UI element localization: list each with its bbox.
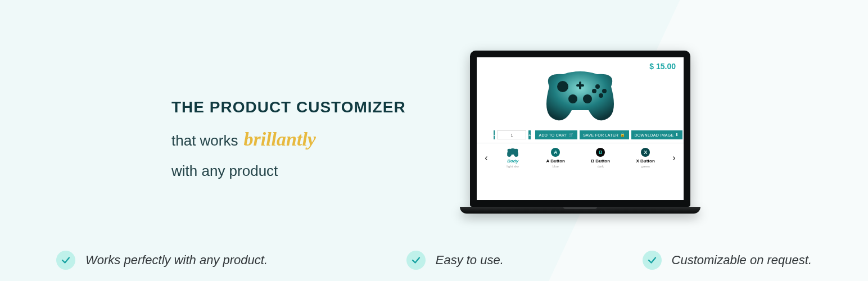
svg-point-0 [557, 81, 568, 92]
product-price: $ 15.00 [649, 62, 676, 71]
save-for-later-button[interactable]: SAVE FOR LATER 🔒 [580, 130, 629, 139]
svg-point-2 [602, 89, 607, 93]
svg-point-3 [599, 93, 603, 98]
option-sub: dark [597, 165, 604, 168]
feature-item: Works perfectly with any product. [56, 251, 268, 270]
option-title: A Button [546, 158, 565, 164]
lock-icon: 🔒 [620, 133, 625, 137]
check-icon [406, 251, 426, 270]
feature-row: Works perfectly with any product. Easy t… [0, 251, 868, 270]
qty-plus-button[interactable]: + [528, 130, 531, 139]
feature-text: Customizable on request. [672, 253, 812, 268]
option-b-button[interactable]: B B Button dark [591, 147, 610, 168]
check-icon [56, 251, 75, 270]
laptop-mockup: $ 15.00 [470, 51, 690, 214]
feature-item: Easy to use. [406, 251, 504, 270]
add-to-cart-button[interactable]: ADD TO CART 🛒 [535, 130, 577, 139]
headline-line2-prefix: that works [171, 132, 238, 149]
option-title: X Button [636, 158, 654, 164]
download-icon: ⬇ [675, 133, 679, 137]
svg-point-8 [583, 94, 592, 103]
b-button-icon: B [593, 147, 608, 157]
headline-line3: with any product [171, 162, 406, 180]
option-a-button[interactable]: A A Button blue [546, 147, 565, 168]
svg-rect-6 [579, 81, 581, 89]
a-button-icon: A [548, 147, 563, 157]
headline-title: THE PRODUCT CUSTOMIZER [171, 98, 406, 116]
cart-icon: 🛒 [569, 133, 574, 137]
option-carousel: ‹ Body light sky A A Button blue [477, 147, 684, 168]
laptop-bezel: $ 15.00 [470, 51, 690, 207]
download-image-button[interactable]: DOWNLOAD IMAGE ⬇ [631, 130, 682, 139]
download-image-label: DOWNLOAD IMAGE [635, 133, 674, 137]
option-sub: green [641, 165, 649, 168]
qty-minus-button[interactable]: - [494, 130, 495, 139]
screen-divider [477, 143, 684, 143]
laptop-base [460, 207, 700, 214]
feature-text: Easy to use. [436, 253, 504, 268]
svg-point-4 [592, 89, 596, 93]
qty-input[interactable]: 1 [497, 130, 526, 139]
svg-point-7 [568, 94, 577, 103]
add-to-cart-label: ADD TO CART [539, 133, 567, 137]
x-button-icon: X [638, 147, 653, 157]
option-sub: blue [553, 165, 559, 168]
headline-line2: that works brillantly [171, 129, 406, 150]
check-icon [643, 251, 662, 270]
product-image-controller [532, 64, 628, 126]
laptop-screen: $ 15.00 [477, 57, 684, 200]
option-body[interactable]: Body light sky [505, 147, 520, 168]
controller-icon [505, 147, 520, 157]
chevron-right-icon[interactable]: › [668, 153, 680, 163]
action-row: - 1 + ADD TO CART 🛒 SAVE FOR LATER 🔒 DOW… [477, 130, 684, 139]
headline-accent-word: brillantly [244, 129, 316, 150]
option-list: Body light sky A A Button blue B B Butto… [492, 147, 668, 168]
feature-item: Customizable on request. [643, 251, 812, 270]
chevron-left-icon[interactable]: ‹ [480, 153, 492, 163]
feature-text: Works perfectly with any product. [85, 253, 268, 268]
option-sub: light sky [507, 165, 519, 168]
option-title: Body [507, 158, 518, 164]
option-x-button[interactable]: X X Button green [636, 147, 654, 168]
headline-block: THE PRODUCT CUSTOMIZER that works brilla… [171, 98, 406, 180]
svg-point-1 [595, 84, 600, 89]
option-title: B Button [591, 158, 610, 164]
save-for-later-label: SAVE FOR LATER [583, 133, 618, 137]
